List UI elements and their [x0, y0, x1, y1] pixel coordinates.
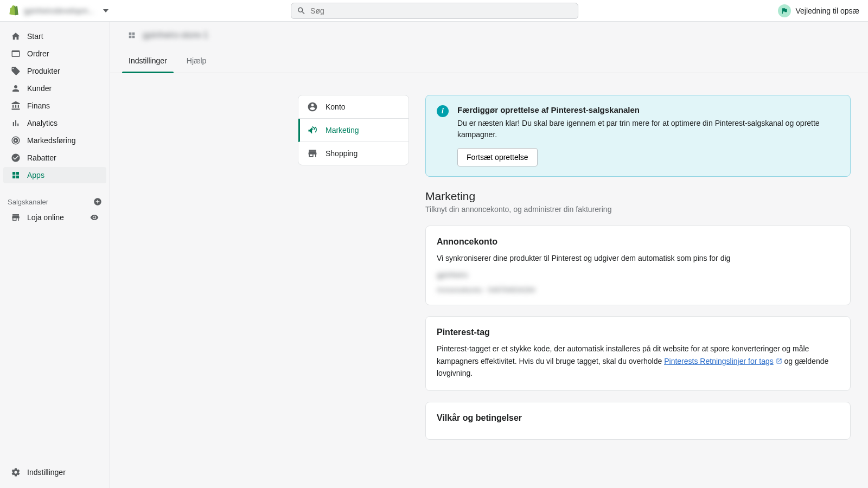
nav-online-store[interactable]: Loja online: [3, 209, 106, 226]
nav-settings[interactable]: Indstillinger: [3, 464, 106, 480]
setup-guide-label[interactable]: Vejledning til opsæ: [795, 7, 859, 15]
tab-help[interactable]: Hjælp: [186, 49, 208, 73]
nav-label: Ordrer: [27, 49, 49, 58]
page-header: gpinheiro-store-1: [110, 22, 868, 49]
card-title: Pinterest-tag: [437, 328, 839, 337]
banner-title: Færdiggør oprettelse af Pinterest-salgsk…: [457, 105, 839, 114]
topbar-left: gpinheirodevelopm...: [9, 5, 291, 17]
card-desc: Vi synkroniserer dine produkter til Pint…: [437, 252, 839, 264]
storefront-icon: [307, 148, 318, 159]
external-link-icon: [776, 356, 782, 362]
shopify-logo-icon: [9, 5, 20, 17]
continue-setup-button[interactable]: Fortsæt oprettelse: [457, 148, 538, 166]
bank-icon: [11, 101, 21, 111]
store-name[interactable]: gpinheirodevelopm...: [24, 7, 94, 15]
person-icon: [11, 84, 21, 93]
megaphone-icon: [307, 125, 318, 136]
info-banner: i Færdiggør oprettelse af Pinterest-salg…: [425, 95, 851, 177]
subnav-shopping[interactable]: Shopping: [298, 142, 409, 165]
store-icon: [11, 213, 21, 222]
card-desc: Pinterest-tagget er et stykke kode, der …: [437, 343, 839, 379]
plus-icon[interactable]: [93, 197, 102, 206]
nav-label: Apps: [27, 171, 44, 179]
nav-label: Markedsføring: [27, 136, 75, 145]
nav-label: Kunder: [27, 84, 52, 93]
nav-products[interactable]: Produkter: [3, 63, 106, 79]
breadcrumb-text: gpinheiro-store-1: [143, 30, 208, 40]
pinterest-tag-card: Pinterest-tag Pinterest-tagget er et sty…: [425, 316, 851, 390]
nav-label: Finans: [27, 101, 50, 110]
nav-customers[interactable]: Kunder: [3, 80, 106, 97]
channels-label: Salgskanaler: [8, 198, 48, 206]
orders-icon: [11, 49, 21, 59]
gear-icon: [11, 467, 21, 477]
tag-icon: [11, 66, 21, 76]
card-title: Annoncekonto: [437, 237, 839, 247]
target-icon: [11, 136, 21, 145]
nav-discounts[interactable]: Rabatter: [3, 150, 106, 166]
home-icon: [11, 31, 21, 41]
section-subtitle-marketing: Tilknyt din annoncekonto, og administrer…: [425, 205, 851, 214]
banner-text: Du er næsten klar! Du skal bare igennem …: [457, 118, 839, 140]
content-column: i Færdiggør oprettelse af Pinterest-salg…: [425, 95, 851, 451]
card-title: Vilkår og betingelser: [437, 413, 839, 423]
nav-home[interactable]: Start: [3, 28, 106, 44]
nav-label: Rabatter: [27, 153, 56, 162]
search-wrap: [291, 3, 578, 19]
account-icon: [307, 101, 318, 112]
subnav-account[interactable]: Konto: [298, 95, 409, 119]
subnav-label: Konto: [326, 102, 346, 111]
search-icon: [297, 6, 306, 16]
nav-label: Indstillinger: [27, 468, 66, 477]
banner-body: Færdiggør oprettelse af Pinterest-salgsk…: [457, 105, 839, 166]
settings-subnav: Konto Marketing Shopping: [298, 95, 409, 165]
breadcrumb: gpinheiro-store-1: [127, 30, 851, 49]
apps-icon: [127, 31, 136, 40]
nav-marketing[interactable]: Markedsføring: [3, 132, 106, 149]
search-box[interactable]: [291, 3, 578, 19]
info-icon: i: [437, 105, 449, 117]
subnav-label: Marketing: [326, 126, 359, 134]
section-title-marketing: Marketing: [425, 190, 851, 203]
content: Konto Marketing Shopping i Færdiggør opr…: [110, 73, 868, 468]
discount-icon: [11, 153, 21, 163]
main-content: gpinheiro-store-1 Indstillinger Hjælp Ko…: [110, 22, 868, 488]
nav-analytics[interactable]: Analytics: [3, 115, 106, 131]
chevron-down-icon[interactable]: [103, 9, 108, 12]
nav-label: Loja online: [27, 213, 64, 222]
top-bar: gpinheirodevelopm... Vejledning til opsæ: [0, 0, 868, 22]
nav-finance[interactable]: Finans: [3, 98, 106, 114]
search-input[interactable]: [310, 7, 572, 15]
subnav-label: Shopping: [326, 149, 358, 158]
nav-apps[interactable]: Apps: [3, 167, 106, 183]
channels-header: Salgskanaler: [0, 194, 110, 209]
tag-guidelines-link[interactable]: Pinterests Retningslinjer for tags: [664, 357, 774, 365]
sidebar: Start Ordrer Produkter Kunder Finans Ana…: [0, 22, 110, 488]
analytics-icon: [11, 118, 21, 128]
terms-card: Vilkår og betingelser: [425, 402, 851, 440]
nav-orders[interactable]: Ordrer: [3, 46, 106, 62]
setup-guide-badge[interactable]: [778, 4, 791, 17]
account-name-blurred: gpinheiro: [437, 271, 839, 279]
flag-icon: [781, 7, 788, 15]
apps-icon: [11, 170, 21, 180]
tab-settings[interactable]: Indstillinger: [127, 49, 168, 73]
subnav-marketing[interactable]: Marketing: [298, 119, 409, 142]
ad-account-card: Annoncekonto Vi synkroniserer dine produ…: [425, 226, 851, 305]
nav-label: Analytics: [27, 119, 58, 127]
account-id-blurred: Annoncekonto - 549764634264: [437, 286, 839, 294]
eye-icon[interactable]: [90, 213, 99, 222]
nav-label: Produkter: [27, 67, 60, 75]
tabs: Indstillinger Hjælp: [110, 49, 868, 73]
topbar-right: Vejledning til opsæ: [778, 4, 859, 17]
nav-label: Start: [27, 32, 43, 41]
